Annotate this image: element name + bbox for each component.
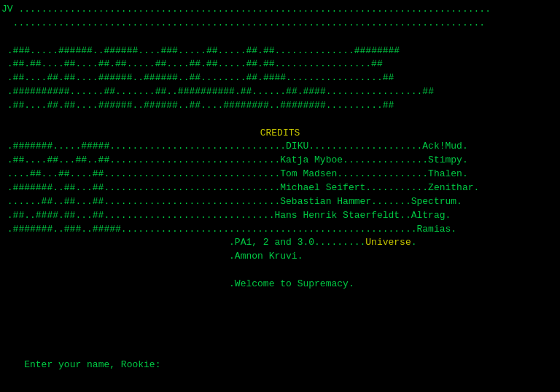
logo-line5: .##....##.##....######..######..##....##… bbox=[1, 99, 559, 113]
welcome-line: .Welcome to Supremacy. bbox=[1, 278, 559, 291]
logo-line2: .##.##....##....##.##.....##....##.##...… bbox=[1, 58, 559, 71]
header-dots: ........................................… bbox=[18, 4, 491, 15]
credits-row-katja: .##....##...##..##......................… bbox=[1, 154, 559, 168]
spacer4 bbox=[1, 291, 559, 305]
spacer3 bbox=[1, 264, 559, 278]
spacer2 bbox=[1, 113, 559, 127]
logo-line1: .###.....######..######....###.....##...… bbox=[1, 44, 559, 58]
credits-row-hans: .##..####.##...##.......................… bbox=[1, 209, 559, 223]
credits-row-amnon: .Amnon Kruvi. bbox=[1, 250, 559, 264]
credits-row-diku: .#######.....#####......................… bbox=[1, 140, 559, 154]
logo-line3: .##....##.##....######..######..##......… bbox=[1, 71, 559, 85]
terminal-screen: JV .....................................… bbox=[0, 0, 560, 392]
input-prompt-text: Enter your name, Rookie: bbox=[24, 359, 160, 370]
separator-line1: ........................................… bbox=[1, 17, 559, 31]
credits-row-tom: ....##...##....##.......................… bbox=[1, 168, 559, 181]
input-prompt-line[interactable]: Enter your name, Rookie: bbox=[1, 345, 160, 386]
header-line: JV .....................................… bbox=[1, 3, 559, 17]
credits-row-sebastian: ......##..##...##.......................… bbox=[1, 195, 559, 209]
logo-line4: .##########......##.......##..##########… bbox=[1, 85, 559, 99]
spacer1 bbox=[1, 31, 559, 44]
header-jv: JV bbox=[1, 4, 13, 15]
credits-row-michael: .#######..##...##.......................… bbox=[1, 181, 559, 195]
credits-row-pa: .PA1, 2 and 3.0.........Universe. bbox=[1, 236, 559, 250]
credits-row-ramias: .#######..###..#####....................… bbox=[1, 223, 559, 237]
credits-title: CREDITS bbox=[1, 127, 559, 141]
